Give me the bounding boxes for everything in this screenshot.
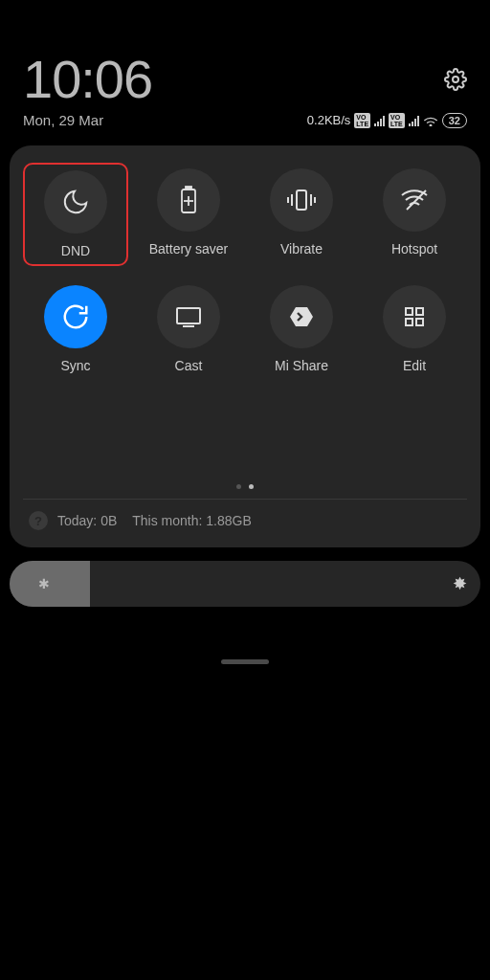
gear-icon xyxy=(444,68,467,91)
tile-mi-share[interactable]: Mi Share xyxy=(249,279,354,379)
signal-2-icon xyxy=(409,115,419,126)
brightness-fill xyxy=(10,561,90,607)
tile-battery-saver[interactable]: Battery saver xyxy=(136,163,241,266)
tile-label: Cast xyxy=(175,358,203,373)
tile-hotspot[interactable]: Hotspot xyxy=(362,163,467,266)
mi-share-icon xyxy=(288,303,315,330)
tile-circle xyxy=(157,168,220,232)
settings-button[interactable] xyxy=(444,68,467,91)
tile-label: Battery saver xyxy=(149,241,228,256)
page-dot xyxy=(236,484,241,489)
tile-sync[interactable]: Sync xyxy=(23,279,128,379)
brightness-slider[interactable]: ✱ ✸ xyxy=(10,561,480,607)
tile-label: DND xyxy=(61,243,90,258)
data-usage-row[interactable]: ? Today: 0B This month: 1.88GB xyxy=(23,507,467,534)
svg-point-1 xyxy=(430,124,432,125)
clock-time: 10:06 xyxy=(23,48,152,110)
svg-rect-6 xyxy=(297,190,306,210)
date-label: Mon, 29 Mar xyxy=(23,112,103,128)
tile-cast[interactable]: Cast xyxy=(136,279,241,379)
grid-icon xyxy=(403,305,426,328)
tile-circle xyxy=(157,285,220,348)
tile-dnd[interactable]: DND xyxy=(23,163,128,266)
status-header: 10:06 Mon, 29 Mar 0.2KB/s VOLTE VOLTE 32 xyxy=(0,0,490,138)
usage-month: This month: 1.88GB xyxy=(132,513,252,528)
divider xyxy=(23,499,467,500)
status-icons: 0.2KB/s VOLTE VOLTE 32 xyxy=(307,113,467,128)
brightness-high-icon: ✸ xyxy=(453,573,467,594)
vibrate-icon xyxy=(285,187,318,213)
tile-circle xyxy=(383,285,446,348)
tile-circle xyxy=(270,285,333,348)
tile-label: Edit xyxy=(403,358,426,373)
hotspot-icon xyxy=(399,189,430,212)
tile-edit[interactable]: Edit xyxy=(362,279,467,379)
sync-icon xyxy=(61,302,90,331)
wifi-icon xyxy=(423,115,438,126)
svg-rect-15 xyxy=(416,308,423,315)
usage-today: Today: 0B xyxy=(57,513,117,528)
svg-rect-14 xyxy=(406,308,412,315)
battery-plus-icon xyxy=(178,186,199,214)
cast-icon xyxy=(174,305,203,328)
tile-circle xyxy=(44,170,107,234)
moon-icon xyxy=(61,188,90,216)
signal-1-icon xyxy=(374,115,385,126)
tiles-grid: DND Battery saver Vibrate Hotspot Sync xyxy=(23,163,467,379)
tile-vibrate[interactable]: Vibrate xyxy=(249,163,354,266)
tile-label: Hotspot xyxy=(391,241,437,256)
brightness-low-icon: ✱ xyxy=(38,576,50,591)
svg-rect-17 xyxy=(416,319,423,325)
battery-level: 32 xyxy=(442,113,467,128)
svg-rect-16 xyxy=(406,319,412,325)
page-indicator xyxy=(23,484,467,489)
help-icon: ? xyxy=(29,511,48,530)
quick-settings-panel: DND Battery saver Vibrate Hotspot Sync xyxy=(10,145,480,547)
tile-label: Vibrate xyxy=(280,241,323,256)
tile-label: Mi Share xyxy=(275,358,328,373)
network-speed: 0.2KB/s xyxy=(307,113,351,127)
svg-point-0 xyxy=(453,77,458,82)
page-dot-active xyxy=(249,484,254,489)
svg-rect-12 xyxy=(177,308,200,323)
sim2-badge: VOLTE xyxy=(389,113,405,128)
tile-circle xyxy=(383,168,446,232)
tile-circle xyxy=(270,168,333,232)
nav-handle[interactable] xyxy=(221,659,269,664)
tile-label: Sync xyxy=(60,358,90,373)
svg-rect-3 xyxy=(186,187,191,189)
sim1-badge: VOLTE xyxy=(354,113,370,128)
tile-circle xyxy=(44,285,107,348)
